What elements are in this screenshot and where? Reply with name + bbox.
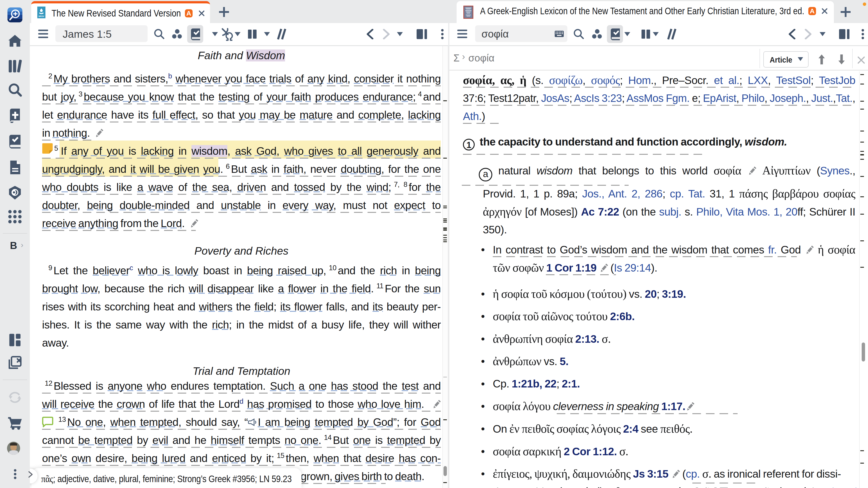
svg-text:NRSV: NRSV — [38, 15, 44, 18]
